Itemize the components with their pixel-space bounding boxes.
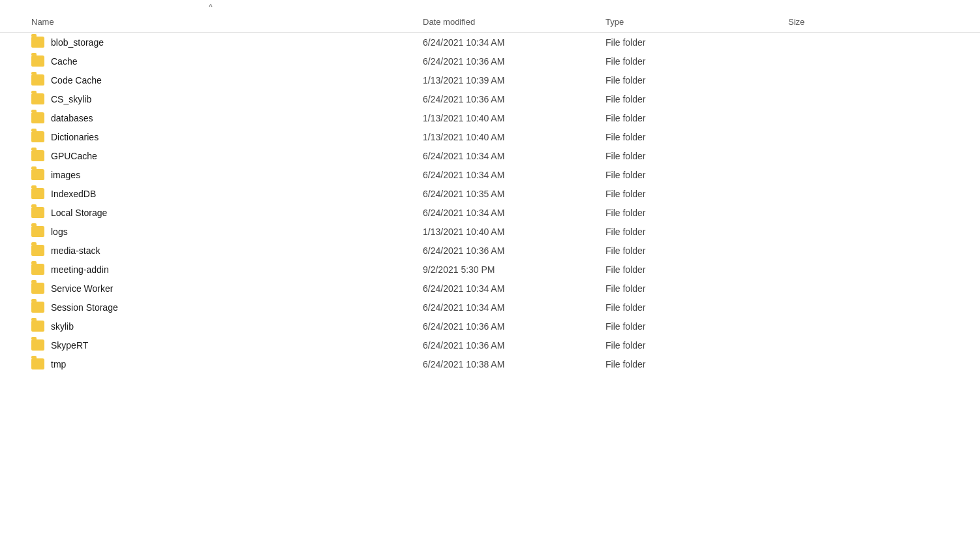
file-type: File folder: [605, 113, 788, 123]
date-modified: 6/24/2021 10:36 AM: [423, 321, 605, 332]
file-type: File folder: [605, 208, 788, 218]
folder-icon: [31, 93, 44, 104]
header-type[interactable]: Type: [605, 16, 788, 28]
folder-icon: [31, 150, 44, 161]
header-name[interactable]: Name: [31, 16, 423, 28]
file-type: File folder: [605, 189, 788, 199]
file-type: File folder: [605, 283, 788, 294]
table-row[interactable]: IndexedDB 6/24/2021 10:35 AM File folder: [0, 184, 980, 203]
date-modified: 6/24/2021 10:36 AM: [423, 340, 605, 351]
file-type: File folder: [605, 151, 788, 161]
file-type: File folder: [605, 245, 788, 256]
file-type: File folder: [605, 302, 788, 313]
table-row[interactable]: tmp 6/24/2021 10:38 AM File folder: [0, 354, 980, 373]
file-type: File folder: [605, 227, 788, 237]
file-name: meeting-addin: [51, 264, 109, 275]
file-name: media-stack: [51, 245, 100, 256]
date-modified: 9/2/2021 5:30 PM: [423, 264, 605, 275]
file-name: GPUCache: [51, 151, 97, 161]
folder-icon: [31, 302, 44, 313]
file-name: databases: [51, 113, 93, 123]
date-modified: 6/24/2021 10:34 AM: [423, 208, 605, 218]
date-modified: 6/24/2021 10:35 AM: [423, 189, 605, 199]
column-headers: Name Date modified Type Size: [0, 12, 980, 33]
table-row[interactable]: Service Worker 6/24/2021 10:34 AM File f…: [0, 279, 980, 298]
file-type: File folder: [605, 37, 788, 48]
table-row[interactable]: databases 1/13/2021 10:40 AM File folder: [0, 108, 980, 127]
folder-icon: [31, 358, 44, 369]
file-list: blob_storage 6/24/2021 10:34 AM File fol…: [0, 33, 980, 534]
folder-icon: [31, 37, 44, 48]
folder-icon: [31, 207, 44, 218]
table-row[interactable]: logs 1/13/2021 10:40 AM File folder: [0, 222, 980, 241]
folder-icon: [31, 131, 44, 142]
header-date[interactable]: Date modified: [423, 16, 605, 28]
file-name: Service Worker: [51, 283, 113, 294]
date-modified: 6/24/2021 10:36 AM: [423, 56, 605, 67]
table-row[interactable]: Cache 6/24/2021 10:36 AM File folder: [0, 52, 980, 71]
file-type: File folder: [605, 56, 788, 67]
file-name: Code Cache: [51, 75, 102, 86]
file-name: SkypeRT: [51, 340, 88, 351]
date-modified: 1/13/2021 10:40 AM: [423, 113, 605, 123]
table-row[interactable]: Session Storage 6/24/2021 10:34 AM File …: [0, 298, 980, 317]
file-name: blob_storage: [51, 37, 104, 48]
table-row[interactable]: meeting-addin 9/2/2021 5:30 PM File fold…: [0, 260, 980, 279]
table-row[interactable]: Code Cache 1/13/2021 10:39 AM File folde…: [0, 71, 980, 89]
folder-icon: [31, 112, 44, 123]
file-name: Dictionaries: [51, 132, 99, 142]
file-name: skylib: [51, 321, 74, 332]
folder-icon: [31, 321, 44, 332]
file-type: File folder: [605, 132, 788, 142]
file-name: Cache: [51, 56, 77, 67]
file-name: IndexedDB: [51, 189, 96, 199]
file-type: File folder: [605, 94, 788, 104]
file-explorer: ^ Name Date modified Type Size blob_stor…: [0, 0, 980, 534]
folder-icon: [31, 169, 44, 180]
file-type: File folder: [605, 340, 788, 351]
table-row[interactable]: CS_skylib 6/24/2021 10:36 AM File folder: [0, 89, 980, 108]
date-modified: 6/24/2021 10:36 AM: [423, 245, 605, 256]
date-modified: 6/24/2021 10:34 AM: [423, 170, 605, 180]
date-modified: 6/24/2021 10:34 AM: [423, 283, 605, 294]
date-modified: 6/24/2021 10:34 AM: [423, 151, 605, 161]
header-size[interactable]: Size: [788, 16, 919, 28]
folder-icon: [31, 188, 44, 199]
table-row[interactable]: skylib 6/24/2021 10:36 AM File folder: [0, 317, 980, 336]
folder-icon: [31, 264, 44, 275]
folder-icon: [31, 55, 44, 67]
file-name: Session Storage: [51, 302, 118, 313]
folder-icon: [31, 283, 44, 294]
table-row[interactable]: Local Storage 6/24/2021 10:34 AM File fo…: [0, 203, 980, 222]
file-name: logs: [51, 227, 68, 237]
file-name: Local Storage: [51, 208, 107, 218]
table-row[interactable]: GPUCache 6/24/2021 10:34 AM File folder: [0, 146, 980, 165]
date-modified: 1/13/2021 10:39 AM: [423, 75, 605, 86]
table-row[interactable]: blob_storage 6/24/2021 10:34 AM File fol…: [0, 33, 980, 52]
folder-icon: [31, 226, 44, 237]
file-name: tmp: [51, 359, 66, 369]
date-modified: 6/24/2021 10:34 AM: [423, 302, 605, 313]
folder-icon: [31, 74, 44, 86]
file-type: File folder: [605, 75, 788, 86]
table-row[interactable]: images 6/24/2021 10:34 AM File folder: [0, 165, 980, 184]
date-modified: 6/24/2021 10:38 AM: [423, 359, 605, 369]
file-type: File folder: [605, 170, 788, 180]
date-modified: 1/13/2021 10:40 AM: [423, 132, 605, 142]
file-type: File folder: [605, 359, 788, 369]
folder-icon: [31, 245, 44, 256]
file-type: File folder: [605, 264, 788, 275]
folder-icon: [31, 339, 44, 351]
sort-arrow: ^: [0, 0, 980, 12]
file-type: File folder: [605, 321, 788, 332]
table-row[interactable]: media-stack 6/24/2021 10:36 AM File fold…: [0, 241, 980, 260]
date-modified: 6/24/2021 10:36 AM: [423, 94, 605, 104]
file-name: images: [51, 170, 80, 180]
date-modified: 6/24/2021 10:34 AM: [423, 37, 605, 48]
table-row[interactable]: SkypeRT 6/24/2021 10:36 AM File folder: [0, 336, 980, 354]
date-modified: 1/13/2021 10:40 AM: [423, 227, 605, 237]
file-name: CS_skylib: [51, 94, 91, 104]
table-row[interactable]: Dictionaries 1/13/2021 10:40 AM File fol…: [0, 127, 980, 146]
